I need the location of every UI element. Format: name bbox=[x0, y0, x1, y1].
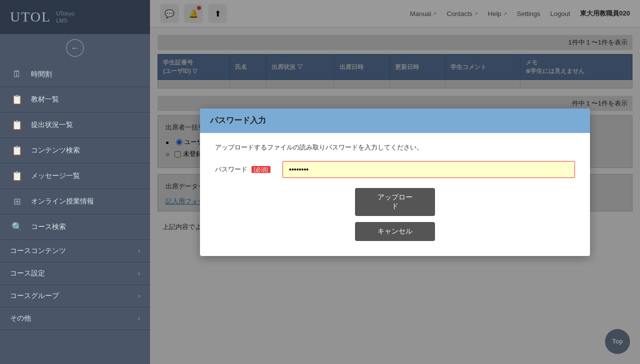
sidebar: UTOL UTokyo LMS ← 🗓 時間割 📋 教材一覧 📋 提出状況一覧 … bbox=[0, 0, 150, 364]
content-search-icon: 📋 bbox=[10, 145, 24, 156]
sidebar-item-label: 提出状況一覧 bbox=[31, 120, 73, 130]
sidebar-item-content-search[interactable]: 📋 コンテンツ検索 bbox=[0, 138, 150, 164]
message-list-icon: 📋 bbox=[10, 170, 24, 182]
sidebar-item-online-class[interactable]: ⊞ オンライン授業情報 bbox=[0, 189, 150, 214]
modal-upload-button[interactable]: アップロード bbox=[355, 188, 435, 216]
sidebar-item-label: コンテンツ検索 bbox=[31, 146, 80, 155]
chevron-right-icon: › bbox=[138, 270, 140, 277]
sidebar-item-course-search[interactable]: 🔍 コース検索 bbox=[0, 214, 150, 240]
sidebar-item-label: コース検索 bbox=[31, 222, 66, 232]
logo-box: UTOL UTokyo LMS bbox=[10, 9, 74, 25]
sidebar-item-course-group[interactable]: コースグループ › bbox=[0, 285, 150, 308]
modal-header: パスワード入力 bbox=[200, 108, 590, 133]
chevron-right-icon: › bbox=[138, 248, 140, 254]
modal-overlay: パスワード入力 アップロードするファイルの読み取りパスワードを入力してください。… bbox=[150, 0, 640, 364]
submission-status-icon: 📋 bbox=[10, 120, 24, 130]
sidebar-item-label: 時間割 bbox=[31, 70, 52, 79]
sidebar-item-course-contents[interactable]: コースコンテンツ › bbox=[0, 240, 150, 262]
required-badge: [必須] bbox=[252, 166, 270, 173]
sidebar-section-label: コースグループ bbox=[10, 292, 59, 300]
main-area: 💬 🔔 ⬆ Manual ↗ Contacts ↗ Help ↗ bbox=[150, 0, 640, 364]
sidebar-section-label: その他 bbox=[10, 314, 31, 323]
sidebar-item-message-list[interactable]: 📋 メッセージ一覧 bbox=[0, 164, 150, 189]
course-search-icon: 🔍 bbox=[10, 222, 24, 232]
sidebar-item-submission-status[interactable]: 📋 提出状況一覧 bbox=[0, 112, 150, 138]
sidebar-item-label: 教材一覧 bbox=[31, 95, 59, 104]
modal-field-label: パスワード [必須] bbox=[215, 165, 275, 174]
modal-body: アップロードするファイルの読み取りパスワードを入力してください。 パスワード [… bbox=[200, 133, 590, 256]
modal-buttons: アップロード キャンセル bbox=[215, 188, 575, 241]
chevron-right-icon: › bbox=[138, 315, 140, 322]
password-input[interactable] bbox=[282, 161, 575, 178]
chevron-right-icon: › bbox=[138, 292, 140, 300]
modal-cancel-button[interactable]: キャンセル bbox=[355, 222, 435, 241]
sidebar-item-other[interactable]: その他 › bbox=[0, 308, 150, 330]
modal-dialog: パスワード入力 アップロードするファイルの読み取りパスワードを入力してください。… bbox=[200, 108, 590, 256]
logo-utol: UTOL bbox=[10, 9, 51, 25]
back-button-container: ← bbox=[66, 39, 84, 57]
logo-text: UTokyo LMS bbox=[56, 10, 74, 24]
sidebar-section-label: コースコンテンツ bbox=[10, 246, 66, 256]
sidebar-item-label: メッセージ一覧 bbox=[31, 172, 80, 180]
sidebar-section-label: コース設定 bbox=[10, 269, 45, 278]
sidebar-item-label: オンライン授業情報 bbox=[31, 197, 94, 206]
sidebar-item-teaching-materials[interactable]: 📋 教材一覧 bbox=[0, 87, 150, 112]
sidebar-logo: UTOL UTokyo LMS bbox=[0, 0, 150, 34]
modal-field-row: パスワード [必須] bbox=[215, 161, 575, 178]
sidebar-item-course-settings[interactable]: コース設定 › bbox=[0, 262, 150, 285]
online-class-icon: ⊞ bbox=[10, 196, 24, 207]
timetable-icon: 🗓 bbox=[10, 69, 24, 80]
modal-description: アップロードするファイルの読み取りパスワードを入力してください。 bbox=[215, 143, 575, 152]
sidebar-item-timetable[interactable]: 🗓 時間割 bbox=[0, 62, 150, 87]
modal-title: パスワード入力 bbox=[210, 116, 266, 124]
back-button[interactable]: ← bbox=[66, 39, 84, 57]
teaching-materials-icon: 📋 bbox=[10, 94, 24, 105]
